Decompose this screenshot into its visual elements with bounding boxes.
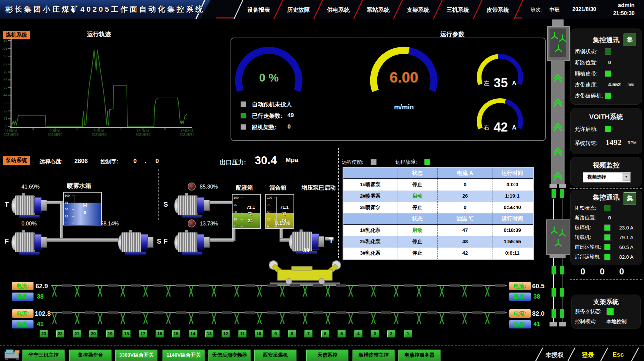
tank-scale-tick — [241, 219, 243, 220]
conveyor-line — [51, 285, 507, 286]
conveyor-segment — [404, 311, 414, 314]
support-number-17[interactable]: 17 — [139, 330, 147, 338]
collect-button[interactable]: 集 — [624, 192, 636, 205]
device-button-华宁三机主控[interactable]: 华宁三机主控 — [22, 350, 65, 361]
support-number-12[interactable]: 12 — [221, 330, 230, 338]
panel-divider — [570, 188, 642, 189]
svg-text:55: 55 — [3, 85, 7, 89]
spray-tank: H 0 1007550250 — [63, 192, 102, 225]
panel-row: 顺槽皮带: — [571, 70, 642, 79]
table-cell: 0:0:11 — [493, 248, 532, 259]
support-number-8[interactable]: 8 — [288, 330, 296, 338]
panel-row-label: 破碎机: — [575, 224, 591, 231]
panel-row-label: 闭锁状态: — [575, 48, 597, 55]
svg-text:109: 109 — [3, 46, 7, 50]
support-number-18[interactable]: 18 — [122, 330, 131, 338]
support-number-10[interactable]: 10 — [255, 330, 263, 338]
panel-row: 闭锁状态: — [571, 48, 642, 57]
conveyor-segment — [427, 311, 437, 314]
status-led — [604, 254, 610, 260]
support-number-13[interactable]: 13 — [205, 330, 213, 338]
support-number-20[interactable]: 20 — [89, 330, 98, 338]
tank-scale-tick — [274, 198, 276, 198]
device-button-集控操作台[interactable]: 集控操作台 — [69, 350, 112, 361]
table-header-row: 状态油温 ℃运行时间 — [343, 213, 533, 225]
tank-scale-label: 25 — [267, 218, 270, 221]
device-button-天信后溜变频器[interactable]: 天信后溜变频器 — [208, 350, 251, 361]
tank-scale-axis — [74, 195, 74, 223]
control-mode-label: 控制模式: — [575, 318, 596, 325]
support-number-21[interactable]: 21 — [73, 330, 81, 338]
device-button-西安采煤机[interactable]: 西安采煤机 — [254, 350, 297, 361]
svg-text:65: 65 — [3, 78, 7, 82]
status-label: 自动跟机未投入 — [252, 101, 292, 108]
esc-button[interactable]: Esc — [613, 351, 624, 358]
conveyor-trestle — [188, 314, 194, 324]
support-number-2[interactable]: 2 — [387, 330, 395, 338]
login-button[interactable]: 登录 — [582, 351, 594, 360]
table-cell: 2#乳化泵 — [343, 236, 397, 248]
conveyor-segment — [222, 284, 232, 287]
support-number-6[interactable]: 6 — [321, 330, 329, 338]
conveyor-segment — [450, 284, 460, 287]
outlet-pressure-value: 30.4 — [255, 154, 277, 167]
table-header-cell: 电流 A — [437, 168, 493, 178]
crusher-box-bottom — [546, 219, 570, 255]
outlet-pressure-unit: Mpa — [285, 156, 298, 164]
device-button-1140V组合开关[interactable]: 1140V组合开关 — [163, 350, 205, 361]
user-display: admin — [618, 2, 635, 9]
device-button-3300V组合开关[interactable]: 3300V组合开关 — [115, 350, 157, 361]
support-number-3[interactable]: 3 — [371, 330, 379, 338]
device-button-天信泵控[interactable]: 天信泵控 — [306, 350, 348, 361]
conveyor-segment — [108, 311, 118, 314]
tank-scale-axis — [243, 197, 243, 227]
status-led[interactable] — [241, 113, 246, 118]
status-led[interactable] — [241, 124, 246, 130]
panel-row-label: 皮带速度: — [575, 82, 597, 89]
counter-row: 000 — [570, 266, 641, 278]
speed-gauge-unit: m/min — [366, 103, 442, 111]
support-number-16[interactable]: 16 — [155, 330, 164, 338]
table-cell: 3#乳化泵 — [343, 248, 397, 259]
panel-row: 皮带破碎机: — [571, 93, 642, 101]
right-current-readout: 右 42 A — [470, 120, 530, 135]
pump-t1-percent: 41.69% — [21, 184, 40, 190]
pipe — [47, 238, 120, 242]
conveyor-segment — [222, 311, 232, 314]
support-number-1[interactable]: 1 — [404, 330, 412, 338]
status-led[interactable] — [241, 101, 246, 107]
support-number-14[interactable]: 14 — [189, 330, 197, 338]
svg-text:76: 76 — [3, 70, 7, 74]
diagram-divider-2 — [338, 148, 339, 258]
support-number-22[interactable]: 22 — [56, 330, 64, 338]
support-number-7[interactable]: 7 — [304, 330, 313, 338]
tank-scale-tick — [72, 209, 74, 210]
control-word-hi: 0 — [133, 158, 137, 165]
support-number-5[interactable]: 5 — [337, 330, 346, 338]
table-header-cell — [343, 213, 397, 224]
panel-row-label: 断路位置: — [575, 59, 597, 66]
video-select-dropdown[interactable]: 视频选择▼ — [583, 172, 631, 183]
tank-scale-label: 100 — [65, 194, 70, 197]
support-number-23[interactable]: 23 — [40, 330, 48, 338]
remote-enable-label: 远程使能: — [342, 159, 363, 165]
support-number-15[interactable]: 15 — [172, 330, 180, 338]
support-number-4[interactable]: 4 — [354, 330, 363, 338]
conveyor-trestle — [119, 314, 126, 324]
temp-value: 41 — [533, 321, 540, 328]
table-cell: 1:19:1 — [493, 191, 532, 202]
spray-tank-title: 喷雾水箱 — [67, 182, 91, 190]
tank-scale-label: 50 — [65, 208, 68, 211]
support-number-11[interactable]: 11 — [238, 330, 247, 338]
conveyor-segment — [245, 311, 255, 314]
belt-pad — [552, 266, 556, 274]
device-button-顺槽皮带主控[interactable]: 顺槽皮带主控 — [352, 350, 395, 361]
tab-皮带系统[interactable]: 皮带系统 — [473, 0, 524, 19]
panel-row: 系统转速:1492RPM — [571, 140, 642, 149]
belt-cap — [550, 322, 557, 326]
support-number-19[interactable]: 19 — [106, 330, 114, 338]
collect-button[interactable]: 集 — [624, 34, 636, 46]
device-button-电液控服务器[interactable]: 电液控服务器 — [398, 350, 441, 361]
support-number-9[interactable]: 9 — [271, 330, 280, 338]
pump-f1-percent: 0.00% — [21, 221, 37, 227]
